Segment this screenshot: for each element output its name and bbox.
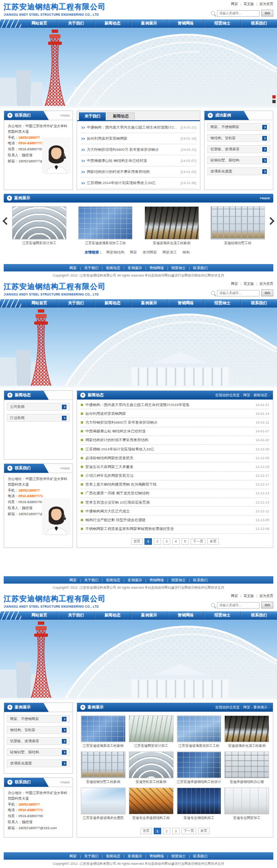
footer-nav-link[interactable]: 关于我们: [77, 854, 98, 859]
carousel-prev-arrow[interactable]: [3, 217, 11, 225]
case-category-item[interactable]: 网架、不锈钢网架: [207, 123, 270, 131]
case-item[interactable]: 安迪承接钢结构办公楼: [224, 751, 269, 784]
case-category-item[interactable]: 铝塑板、玻璃幕墙: [207, 145, 270, 153]
search-go-button[interactable]: GO: [261, 289, 273, 296]
news-category-item[interactable]: 公司新闻: [7, 403, 70, 411]
case-category-item[interactable]: 轻钢别墅、膜结构: [207, 156, 270, 164]
case-item[interactable]: 安迪专业钢结构加工: [177, 788, 222, 820]
showcase-more-link[interactable]: +more: [259, 196, 270, 200]
case-category-item[interactable]: 玻璃采光屋面: [7, 759, 70, 767]
pagination-item[interactable]: 4: [172, 538, 180, 545]
contact-more-link[interactable]: +more: [60, 466, 70, 470]
case-category-item[interactable]: 钢结构、管桁架: [207, 134, 270, 142]
news-item[interactable]: 如何利用拔杆安装钢网架 14-01-14: [81, 409, 269, 418]
news-item[interactable]: 方大特钢折旧增利4800万 新年首家折旧钢企 14-01-11: [81, 418, 269, 427]
news-category-item[interactable]: 行业新闻: [7, 414, 70, 422]
news-item[interactable]: 中建钢构：国内最大室内主题公园工程主体封顶预计2015… [14-01-21]: [81, 122, 196, 133]
showcase-item[interactable]: 江苏安迪玻璃幕墙加工工程: [78, 206, 132, 246]
friend-link[interactable]: 网架: [130, 250, 137, 254]
pagination-item[interactable]: 下一页: [181, 828, 196, 834]
top-link[interactable]: 英文版: [238, 594, 254, 598]
contact-more-link[interactable]: +more: [60, 113, 70, 117]
banner-pager-dot[interactable]: [272, 100, 276, 103]
footer-nav-link[interactable]: 关于我们: [77, 265, 98, 271]
nav-item[interactable]: 关于我们: [57, 19, 94, 28]
pagination-item[interactable]: 首页: [131, 538, 143, 545]
pagination-item[interactable]: 2: [154, 538, 161, 545]
case-item[interactable]: 安迪专业承接膜结构工程: [129, 788, 174, 820]
nav-item[interactable]: 招贤纳士: [204, 19, 240, 28]
nav-item[interactable]: 招贤纳士: [204, 299, 240, 308]
footer-nav-link[interactable]: 营销网络: [142, 265, 164, 271]
nav-item[interactable]: 网站首页: [21, 299, 57, 308]
nav-item[interactable]: 联系我们: [241, 611, 277, 620]
top-link[interactable]: 设为首页: [254, 282, 273, 286]
pagination-item[interactable]: 3: [172, 828, 180, 834]
nav-item[interactable]: 营销网络: [167, 299, 204, 308]
showcase-item[interactable]: 江苏安迪网架设计加工: [12, 206, 66, 246]
breadcrumb[interactable]: 您现在的位置是：网架 - 案例展示 -: [215, 705, 270, 710]
news-item[interactable]: 方大特钢折旧增利4800万 新年首家折旧钢企 [14-01-11]: [81, 144, 196, 155]
case-item[interactable]: 江苏安迪玻璃幕墙工程案例: [81, 715, 126, 748]
case-category-item[interactable]: 网架、不锈钢网架: [7, 715, 70, 723]
friend-link[interactable]: 徐州网架: [143, 250, 157, 254]
footer-nav-link[interactable]: 招贤纳士: [164, 265, 186, 271]
nav-item[interactable]: 网站首页: [21, 19, 57, 28]
case-item[interactable]: 江苏安迪网架设计加工: [129, 715, 174, 748]
footer-nav-link[interactable]: 新闻动态: [98, 854, 120, 859]
footer-nav-link[interactable]: 新闻动态: [98, 578, 120, 583]
footer-nav-link[interactable]: 关于我们: [77, 578, 98, 583]
footer-nav-link[interactable]: 营销网络: [142, 578, 164, 583]
news-item[interactable]: 网架结构设计的时候不要采用单层结构 [14-01-02]: [81, 166, 196, 178]
news-item[interactable]: 江苏精钢 2014年份计划实现销售收入33亿 [13-12-30]: [81, 178, 196, 189]
search-go-button[interactable]: GO: [261, 602, 273, 609]
top-link[interactable]: 设为首页: [254, 594, 273, 598]
case-category-item[interactable]: 钢结构、管桁架: [7, 726, 70, 734]
nav-item[interactable]: 招贤纳士: [204, 611, 240, 620]
footer-nav-link[interactable]: 联系我们: [186, 578, 207, 583]
search-input[interactable]: [217, 10, 259, 17]
pagination-item[interactable]: 5: [181, 538, 189, 545]
search-input[interactable]: [217, 602, 259, 609]
tab-news[interactable]: 新闻动态: [107, 112, 134, 120]
news-item[interactable]: 介绍几种常见的网架安装方法 13-12-17: [81, 472, 269, 480]
case-category-item[interactable]: 轻钢别墅、膜结构: [7, 748, 70, 756]
news-item[interactable]: 中建钢构：国内最大室内主题公园工程主体封顶预计2015年迎客 14-01-21: [81, 400, 269, 409]
news-item[interactable]: 必须给钢结构网架的质量把关 13-12-25: [81, 454, 269, 462]
news-item[interactable]: 网架结构设计的时候不要采用单层结构 14-01-02: [81, 436, 269, 445]
pagination-item[interactable]: 3: [163, 538, 170, 545]
nav-item[interactable]: 关于我们: [57, 611, 94, 620]
top-link[interactable]: 英文版: [238, 282, 254, 286]
top-link[interactable]: 英文版: [238, 2, 254, 6]
pagination-item[interactable]: 2: [163, 828, 170, 834]
search-input[interactable]: [217, 290, 259, 296]
footer-nav-link[interactable]: 案例展示: [120, 265, 142, 271]
footer-nav-link[interactable]: 案例展示: [120, 854, 142, 859]
nav-item[interactable]: 网站首页: [21, 611, 57, 620]
news-item[interactable]: 中建钢构南方大区正式成立 13-12-12: [81, 507, 269, 516]
contact-more-link[interactable]: +more: [60, 780, 70, 784]
nav-item[interactable]: 案例展示: [131, 19, 167, 28]
footer-nav-link[interactable]: 案例展示: [120, 578, 142, 583]
case-item[interactable]: 安迪玻璃采光顶工程案例: [224, 715, 269, 748]
case-category-item[interactable]: 铝塑板、玻璃幕墙: [7, 737, 70, 745]
case-category-item[interactable]: 玻璃采光屋面: [207, 167, 270, 175]
footer-nav-link[interactable]: 联系我们: [186, 854, 207, 859]
news-item[interactable]: 广西在建第一高楼 南宁龙光世纪钢结构 13-12-13: [81, 489, 269, 498]
nav-item[interactable]: 案例展示: [131, 299, 167, 308]
friend-link[interactable]: 网架钢结构: [106, 250, 124, 254]
pagination-item[interactable]: 末页: [207, 538, 219, 545]
case-item[interactable]: 江苏安迪承接钢结构工程设计: [177, 751, 222, 784]
top-link[interactable]: 网架: [231, 282, 238, 286]
breadcrumb[interactable]: 您现在的位置是：网架 - 新闻动态 -: [215, 393, 270, 398]
top-link[interactable]: 设为首页: [254, 2, 273, 6]
nav-item[interactable]: 新闻动态: [94, 299, 131, 308]
nav-item[interactable]: 案例展示: [131, 611, 167, 620]
news-item[interactable]: 世界五百强企业宝钢 10亿项目花落芜湖 13-12-13: [81, 498, 269, 507]
pagination-item[interactable]: 1: [145, 538, 152, 545]
nav-item[interactable]: 营销网络: [167, 611, 204, 620]
case-item[interactable]: 江苏安迪承接玻璃采光屋面: [81, 788, 126, 820]
news-item[interactable]: 中国南极泰山站 钢结构主体已经封顶 [14-01-07]: [81, 155, 196, 166]
news-item[interactable]: 世界上最大钢结构建筑用钢 在河南舞阳下线 13-12-17: [81, 480, 269, 489]
footer-nav-link[interactable]: 新闻动态: [98, 265, 120, 271]
